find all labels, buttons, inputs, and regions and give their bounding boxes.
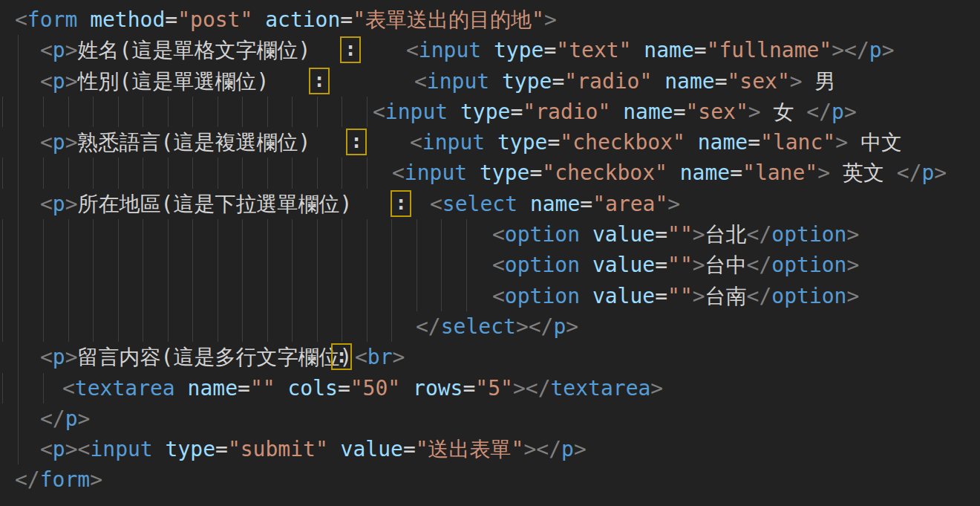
indent-guide — [292, 158, 293, 188]
token-tag-name: p — [53, 192, 65, 216]
code-line[interactable]: <p>留言内容(這是多行文字欄位):<br> — [0, 342, 980, 372]
token-equals: = — [655, 222, 667, 247]
token-text: 台北 — [705, 222, 747, 247]
indent-guide — [118, 311, 119, 342]
token-bracket: < — [40, 192, 53, 216]
indent-guide — [367, 97, 368, 127]
indent-guide — [292, 311, 293, 342]
indent-guide — [93, 97, 94, 127]
token-tag-name: form — [27, 7, 77, 32]
token-text — [153, 437, 166, 461]
token-tag-name: option — [505, 284, 580, 308]
token-attr-name: type — [480, 160, 529, 185]
indent-guide — [192, 311, 193, 342]
code-line[interactable]: </form> — [0, 464, 980, 495]
indent-guide — [416, 250, 417, 280]
indent-guide — [2, 373, 3, 403]
indent-guide — [18, 311, 19, 342]
indent-guide — [18, 342, 19, 372]
token-text: 姓名(這是單格文字欄位) — [78, 38, 311, 62]
token-text: 台南 — [705, 284, 747, 308]
indent-guide — [18, 250, 19, 280]
indent-guide — [168, 250, 169, 280]
indent-guide — [118, 97, 119, 127]
indent-guide — [317, 219, 318, 250]
indent-guide — [242, 311, 243, 342]
indent-guide — [342, 281, 342, 311]
token-equals: = — [730, 160, 742, 185]
indent-guide — [367, 219, 368, 250]
indent-guide — [441, 250, 442, 280]
indent-guide — [267, 281, 268, 311]
indent-guide — [367, 250, 368, 280]
token-bracket: < — [430, 192, 442, 216]
token-attr-name: name — [698, 130, 748, 155]
token-bracket: > — [667, 192, 680, 216]
token-text: 英文 — [830, 160, 897, 185]
token-equals: = — [547, 130, 560, 155]
indent-guide — [43, 158, 44, 188]
token-tag-name: p — [53, 437, 65, 461]
token-tag-name: input — [427, 69, 489, 94]
indent-guide — [93, 281, 94, 311]
token-text — [652, 69, 664, 94]
token-string: "submit" — [228, 437, 328, 461]
token-bracket: </ — [15, 467, 40, 492]
token-attr-name: type — [497, 130, 547, 155]
token-equals: = — [580, 192, 592, 216]
code-line[interactable]: <form method="post" action="表單送出的目的地"> — [0, 4, 980, 35]
code-line[interactable]: <option value="">台南</option> — [0, 281, 980, 311]
token-string: "radio" — [523, 100, 610, 124]
indent-guide — [391, 281, 392, 311]
token-string: "radio" — [564, 69, 652, 94]
indent-guide — [342, 97, 342, 127]
token-bracket: < — [373, 100, 385, 124]
indent-guide — [367, 281, 368, 311]
token-equals: = — [340, 7, 353, 32]
indent-guide — [2, 97, 3, 127]
indent-guide — [18, 219, 19, 250]
token-tag-name: input — [405, 160, 467, 185]
token-bracket: </ — [897, 160, 922, 185]
indent-guide — [242, 158, 243, 188]
token-text — [467, 160, 480, 185]
token-text — [481, 38, 494, 62]
indent-guide — [2, 219, 3, 250]
token-equals: = — [673, 100, 686, 124]
indent-guide — [416, 219, 417, 250]
code-line[interactable]: </select></p> — [0, 311, 980, 342]
code-line[interactable]: <input type="radio" name="sex"> 女 </p> — [0, 97, 980, 127]
token-tag-name: input — [419, 38, 481, 62]
code-line[interactable]: <p>姓名(這是單格文字欄位):<input type="text" name=… — [0, 35, 980, 65]
code-line[interactable]: <option value="">台中</option> — [0, 250, 980, 280]
code-line[interactable]: <p>熟悉語言(這是複選欄位):<input type="checkbox" n… — [0, 127, 980, 158]
token-text: 所在地區(這是下拉選單欄位) — [78, 192, 353, 216]
code-line[interactable]: <p>所在地區(這是下拉選單欄位):<select name="area"> — [0, 189, 980, 219]
token-bracket: > — [844, 100, 857, 124]
code-segment: <br> — [355, 342, 405, 372]
code-line[interactable]: <textarea name="" cols="50" rows="5"></t… — [0, 373, 980, 403]
indent-guide — [68, 219, 69, 250]
token-bracket: > — [693, 253, 705, 277]
token-bracket: > — [882, 38, 895, 62]
code-line[interactable]: <p><input type="submit" value="送出表單"></p… — [0, 434, 980, 464]
token-equals: = — [529, 160, 542, 185]
code-line[interactable]: </p> — [0, 403, 980, 434]
indent-guide — [267, 250, 268, 280]
token-text — [275, 376, 288, 400]
code-line[interactable]: <option value="">台北</option> — [0, 219, 980, 250]
token-bracket: < — [62, 376, 75, 400]
token-text: 性別(這是單選欄位) — [78, 69, 270, 94]
token-equals: = — [694, 38, 707, 62]
token-tag-name: p — [561, 437, 574, 461]
code-editor[interactable]: <form method="post" action="表單送出的目的地"><p… — [0, 0, 980, 506]
token-attr-name: name — [623, 100, 673, 124]
indent-guide — [18, 66, 19, 97]
indent-guide — [43, 250, 44, 280]
token-bracket: > — [846, 284, 859, 308]
indent-guide — [342, 158, 342, 188]
indent-guide — [68, 97, 69, 127]
code-line[interactable]: <input type="checkbox" name="lane"> 英文 <… — [0, 158, 980, 188]
token-equals: = — [715, 69, 728, 94]
code-line[interactable]: <p>性別(這是單選欄位):<input type="radio" name="… — [0, 66, 980, 97]
